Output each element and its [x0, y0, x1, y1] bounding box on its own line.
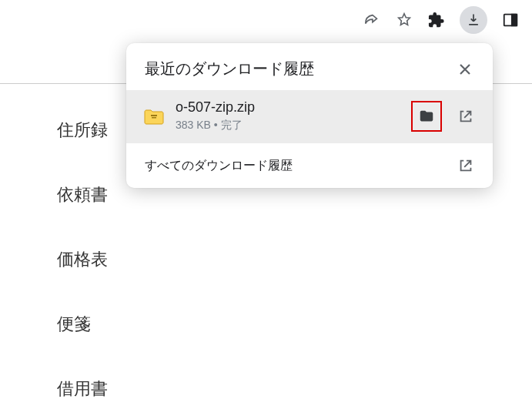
- sidebar-item-request[interactable]: 依頼書: [57, 183, 108, 206]
- downloads-popup: 最近のダウンロード履歴 o-507-zip.zip 383 KB • 完了 すべ…: [126, 43, 493, 188]
- zip-file-icon: [143, 107, 165, 126]
- extensions-icon[interactable]: [427, 11, 446, 29]
- close-icon[interactable]: [456, 60, 474, 79]
- sidebar-item-addressbook[interactable]: 住所録: [57, 119, 108, 142]
- sidebar-item-iou[interactable]: 借用書: [57, 377, 108, 401]
- all-downloads-link[interactable]: すべてのダウンロード履歴: [145, 158, 293, 174]
- open-in-new-icon[interactable]: [457, 157, 474, 174]
- folder-icon[interactable]: [418, 108, 435, 125]
- popup-footer[interactable]: すべてのダウンロード履歴: [126, 143, 493, 188]
- sidebar-nav: 住所録 依頼書 価格表 便箋 借用書: [57, 119, 108, 401]
- file-meta-label: 383 KB • 完了: [176, 119, 400, 132]
- open-in-new-icon[interactable]: [457, 108, 474, 125]
- svg-rect-1: [512, 14, 517, 25]
- file-info: o-507-zip.zip 383 KB • 完了: [176, 99, 400, 132]
- share-icon[interactable]: [363, 11, 381, 29]
- downloads-toolbar-button[interactable]: [460, 6, 487, 34]
- download-item[interactable]: o-507-zip.zip 383 KB • 完了: [126, 90, 493, 143]
- bookmark-star-icon[interactable]: [395, 11, 413, 29]
- sidebar-item-letterpaper[interactable]: 便箋: [57, 313, 108, 336]
- browser-toolbar: [0, 0, 532, 40]
- svg-rect-2: [151, 115, 157, 116]
- popup-title: 最近のダウンロード履歴: [145, 59, 314, 79]
- show-in-folder-highlight: [411, 101, 442, 132]
- svg-rect-3: [152, 117, 156, 119]
- sidebar-item-pricelist[interactable]: 価格表: [57, 248, 108, 271]
- popup-header: 最近のダウンロード履歴: [126, 43, 493, 90]
- file-name-label: o-507-zip.zip: [176, 99, 400, 116]
- side-panel-icon[interactable]: [501, 11, 520, 29]
